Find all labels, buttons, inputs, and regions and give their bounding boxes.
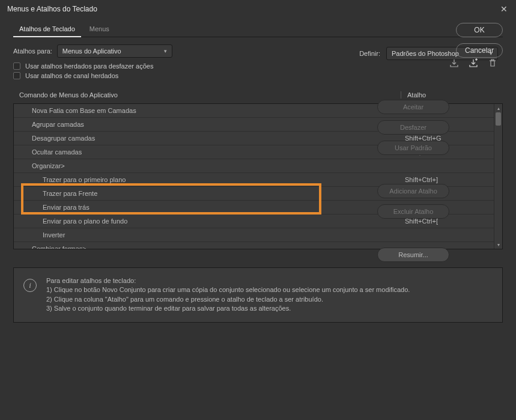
tab-shortcuts[interactable]: Atalhos de Teclado <box>13 22 81 37</box>
legacy-channel-checkbox[interactable] <box>13 72 20 79</box>
set-label: Definir: <box>359 50 380 57</box>
titlebar: Menus e Atalhos do Teclado ✕ <box>0 0 516 18</box>
row-command: Nova Fatia com Base em Camadas <box>14 107 405 114</box>
accept-button[interactable]: Aceitar <box>377 100 449 114</box>
cancel-button[interactable]: Cancelar <box>456 43 503 58</box>
save-set-icon[interactable] <box>449 58 460 68</box>
info-heading: Para editar atalhos de teclado: <box>46 276 410 285</box>
summarize-button[interactable]: Resumir... <box>377 248 449 262</box>
info-line3: 3) Salve o conjunto quando terminar de e… <box>46 304 410 313</box>
scroll-thumb[interactable] <box>496 112 501 126</box>
ok-button[interactable]: OK <box>456 23 503 37</box>
window-title: Menus e Atalhos do Teclado <box>7 5 97 13</box>
scrollbar[interactable]: ▴ ▾ <box>494 104 502 249</box>
info-icon: i <box>23 279 37 292</box>
scroll-up-icon[interactable]: ▴ <box>494 104 502 112</box>
chevron-down-icon: ▾ <box>164 48 167 54</box>
info-line1: 1) Clique no botão Novo Conjunto para cr… <box>46 285 410 294</box>
legacy-undo-checkbox[interactable] <box>13 62 20 70</box>
trash-icon[interactable] <box>487 58 498 68</box>
tab-menus[interactable]: Menus <box>83 22 115 37</box>
row-command: Trazer para o primeiro plano <box>14 176 405 183</box>
info-line2: 2) Clique na coluna "Atalho" para um com… <box>46 295 410 304</box>
use-default-button[interactable]: Usar Padrão <box>377 141 449 155</box>
row-command: Agrupar camadas <box>14 121 405 128</box>
shortcuts-for-value: Menus do Aplicativo <box>62 47 121 55</box>
scroll-down-icon[interactable]: ▾ <box>494 240 502 249</box>
legacy-undo-label: Usar atalhos herdados para desfazer açõe… <box>25 62 153 70</box>
close-icon[interactable]: ✕ <box>496 2 512 16</box>
tabs: Atalhos de Teclado Menus <box>13 22 503 37</box>
shortcuts-for-select[interactable]: Menus do Aplicativo ▾ <box>57 44 172 58</box>
row-command: Enviar para trás <box>14 204 405 211</box>
row-command: Organizar> <box>14 162 405 169</box>
info-panel: i Para editar atalhos de teclado: 1) Cli… <box>13 267 503 323</box>
undo-button[interactable]: Desfazer <box>377 120 449 135</box>
add-shortcut-button[interactable]: Adicionar Atalho <box>377 184 449 198</box>
col-command: Comando de Menus do Aplicativo <box>19 91 401 99</box>
delete-shortcut-button[interactable]: Excluir Atalho <box>377 204 449 219</box>
set-value: Padrões do Photoshop <box>392 50 459 57</box>
legacy-channel-label: Usar atalhos de canal herdados <box>25 72 118 79</box>
row-command: Desagrupar camadas <box>14 135 405 142</box>
shortcuts-for-label: Atalhos para: <box>13 47 52 55</box>
new-set-icon[interactable] <box>468 58 479 68</box>
row-command: Trazer para Frente <box>14 190 405 197</box>
row-command: Ocultar camadas <box>14 148 405 156</box>
row-command: Inverter <box>14 231 405 239</box>
row-command: Combinar formas> <box>14 245 405 249</box>
row-command: Enviar para o plano de fundo <box>14 218 405 225</box>
